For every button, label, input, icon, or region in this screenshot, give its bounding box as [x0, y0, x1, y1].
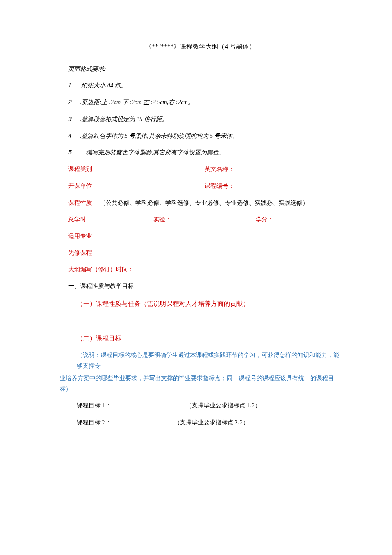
document-title: 《**"****》课程教学大纲（4 号黑体）: [60, 43, 341, 51]
objective-2-dots: ．．．．．．．．．．: [112, 419, 172, 426]
rule-number: 5: [68, 147, 75, 158]
objective-1: 课程目标 1： ．．．．．．．．．．．． （支撑毕业要求指标点 1-2）: [60, 400, 341, 411]
rule-4: 4 .整篇红色字体为 5 号黑体,其余未特别说明的均为 5 号宋体。: [60, 131, 341, 141]
rule-text: ．编写完后将蓝色字体删除,其它所有字体设置为黑色。: [77, 149, 225, 156]
format-header: 页面格式要求:: [60, 64, 341, 74]
rule-text: .纸张大小 A4 纸。: [77, 82, 127, 89]
field-row: 先修课程：: [60, 247, 341, 258]
experiment-label: 实验：: [153, 214, 256, 225]
spacer: [60, 315, 341, 332]
revision-time-label: 大纲编写（修订）时间：: [68, 266, 134, 273]
section-1-heading: 一、课程性质与教学目标: [60, 281, 341, 291]
total-hours-label: 总学时：: [68, 214, 153, 225]
objective-1-label: 课程目标 1：: [77, 402, 111, 409]
subsection-1-heading: （一）课程性质与任务（需说明课程对人才培养方面的贡献）: [60, 298, 341, 309]
note-line-2: 业培养方案中的哪些毕业要求，并写出支撑的毕业要求指标点；同一课程号的课程应该具有…: [60, 373, 341, 394]
field-row: 课程性质： （公共必修、学科必修、学科选修、专业必修、专业选修、实践必、实践选修…: [60, 198, 341, 208]
course-code-label: 课程编号：: [205, 180, 234, 191]
rule-2: 2 .页边距:上 :2cm 下 :2cm 左 :2.5cm,右 :2cm。: [60, 97, 341, 108]
english-name-label: 英文名称：: [205, 164, 234, 174]
course-category-label: 课程类别：: [68, 164, 205, 174]
rule-5: 5 ．编写完后将蓝色字体删除,其它所有字体设置为黑色。: [60, 147, 341, 158]
note-line-1: （说明：课程目标的核心是要明确学生通过本课程或实践环节的学习，可获得怎样的知识和…: [60, 350, 341, 371]
rule-number: 2: [68, 97, 75, 108]
subsection-2-heading: （二）课程目标: [60, 332, 341, 344]
rule-text: .页边距:上 :2cm 下 :2cm 左 :2.5cm,右 :2cm。: [77, 99, 194, 105]
field-row: 课程类别： 英文名称：: [60, 164, 341, 174]
field-row: 大纲编写（修订）时间：: [60, 264, 341, 275]
field-row: 适用专业：: [60, 231, 341, 241]
rule-number: 1: [68, 80, 75, 91]
rule-1: 1 .纸张大小 A4 纸。: [60, 80, 341, 91]
rule-number: 4: [68, 131, 75, 141]
prerequisite-label: 先修课程：: [68, 250, 98, 256]
objective-1-note: （支撑毕业要求指标点 1-2）: [186, 402, 261, 409]
course-nature-options: （公共必修、学科必修、学科选修、专业必修、专业选修、实践必、实践选修）: [100, 200, 308, 206]
offering-unit-label: 开课单位：: [68, 180, 205, 191]
objective-1-dots: ．．．．．．．．．．．．: [112, 402, 184, 409]
rule-3: 3 .整篇段落格式设定为 15 倍行距。: [60, 114, 341, 125]
objective-2-note: （支撑毕业要求指标点 2-2）: [174, 419, 249, 426]
course-nature-label: 课程性质：: [68, 200, 98, 206]
credits-label: 学分：: [256, 214, 341, 225]
objective-2-label: 课程目标 2：: [77, 419, 111, 426]
field-row: 总学时： 实验： 学分：: [60, 214, 341, 225]
objective-2: 课程目标 2： ．．．．．．．．．． （支撑毕业要求指标点 2-2）: [60, 417, 341, 428]
applicable-major-label: 适用专业：: [68, 233, 98, 239]
rule-number: 3: [68, 114, 75, 125]
rule-text: .整篇红色字体为 5 号黑体,其余未特别说明的均为 5 号宋体。: [77, 133, 238, 139]
document-page: 《**"****》课程教学大纲（4 号黑体） 页面格式要求: 1 .纸张大小 A…: [0, 0, 392, 477]
field-row: 开课单位： 课程编号：: [60, 180, 341, 191]
rule-text: .整篇段落格式设定为 15 倍行距。: [77, 116, 168, 122]
